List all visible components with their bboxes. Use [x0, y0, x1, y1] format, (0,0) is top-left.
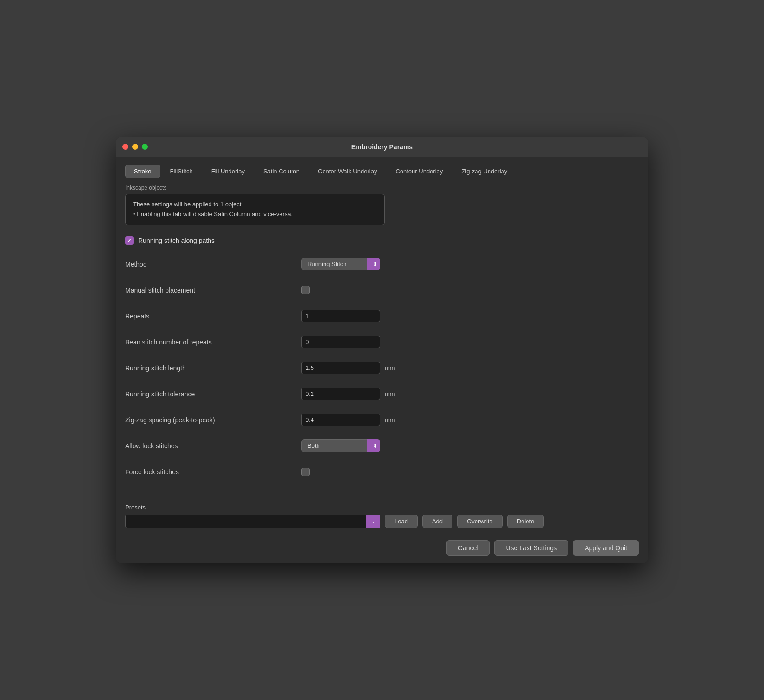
zig-zag-spacing-input[interactable]: [301, 414, 380, 426]
allow-lock-select-wrapper: Both Beginning End Neither: [301, 439, 380, 452]
bean-stitch-input[interactable]: [301, 336, 380, 348]
chevron-down-icon: ⌄: [371, 518, 376, 524]
load-button[interactable]: Load: [385, 515, 418, 528]
method-select[interactable]: Running Stitch Bean Stitch Manual Stitch: [301, 258, 380, 270]
zig-zag-spacing-unit: mm: [385, 416, 399, 423]
force-lock-checkbox[interactable]: [301, 468, 310, 476]
param-row-stitch-length: Running stitch length mm: [125, 360, 639, 376]
tab-bar: Stroke FillStitch Fill Underlay Satin Co…: [125, 165, 639, 178]
info-line1: These settings will be applied to 1 obje…: [133, 200, 377, 210]
info-section: Inkscape objects These settings will be …: [125, 185, 639, 225]
maximize-button[interactable]: [142, 144, 148, 150]
checkmark-icon: ✓: [127, 237, 132, 244]
running-stitch-checkbox[interactable]: ✓: [125, 236, 134, 245]
allow-lock-label: Allow lock stitches: [125, 442, 301, 450]
param-row-zig-zag-spacing: Zig-zag spacing (peak-to-peak) mm: [125, 412, 639, 428]
stitch-tolerance-label: Running stitch tolerance: [125, 390, 301, 398]
repeats-input[interactable]: [301, 310, 380, 322]
overwrite-button[interactable]: Overwrite: [457, 515, 503, 528]
main-window: Embroidery Params Stroke FillStitch Fill…: [116, 137, 648, 563]
force-lock-label: Force lock stitches: [125, 468, 301, 476]
method-select-wrapper: Running Stitch Bean Stitch Manual Stitch: [301, 258, 380, 270]
tab-fill-underlay[interactable]: Fill Underlay: [203, 165, 254, 178]
presets-input-wrapper: ⌄: [125, 515, 380, 528]
stitch-length-input[interactable]: [301, 362, 380, 374]
method-control: Running Stitch Bean Stitch Manual Stitch: [301, 258, 380, 270]
manual-stitch-checkbox[interactable]: [301, 286, 310, 294]
stitch-tolerance-unit: mm: [385, 390, 399, 397]
tab-stroke[interactable]: Stroke: [125, 165, 160, 178]
minimize-button[interactable]: [132, 144, 138, 150]
param-row-bean-stitch: Bean stitch number of repeats: [125, 334, 639, 350]
tab-center-walk-underlay[interactable]: Center-Walk Underlay: [309, 165, 386, 178]
zig-zag-spacing-control: mm: [301, 414, 399, 426]
bean-stitch-label: Bean stitch number of repeats: [125, 338, 301, 346]
add-button[interactable]: Add: [422, 515, 452, 528]
footer: Cancel Use Last Settings Apply and Quit: [116, 535, 648, 563]
param-row-stitch-tolerance: Running stitch tolerance mm: [125, 386, 639, 402]
settings-panel: ✓ Running stitch along paths Method Runn…: [116, 233, 648, 497]
bottom-section: Presets ⌄ Load Add Overwrite Delete: [116, 497, 648, 535]
apply-and-quit-button[interactable]: Apply and Quit: [573, 540, 639, 556]
presets-row: ⌄ Load Add Overwrite Delete: [125, 515, 639, 528]
info-line2: • Enabling this tab will disable Satin C…: [133, 210, 377, 219]
param-row-repeats: Repeats: [125, 308, 639, 325]
tab-contour-underlay[interactable]: Contour Underlay: [387, 165, 452, 178]
info-box: These settings will be applied to 1 obje…: [125, 194, 385, 225]
titlebar: Embroidery Params: [116, 137, 648, 157]
use-last-settings-button[interactable]: Use Last Settings: [494, 540, 568, 556]
stitch-length-control: mm: [301, 362, 399, 374]
param-row-force-lock: Force lock stitches: [125, 464, 639, 480]
window-title: Embroidery Params: [351, 143, 413, 151]
bean-stitch-control: [301, 336, 380, 348]
presets-input[interactable]: [125, 515, 380, 528]
inkscape-objects-label: Inkscape objects: [125, 185, 639, 191]
presets-dropdown-button[interactable]: ⌄: [366, 515, 380, 528]
tab-fillstitch[interactable]: FillStitch: [161, 165, 202, 178]
repeats-control: [301, 310, 380, 322]
window-controls: [122, 144, 148, 150]
repeats-label: Repeats: [125, 312, 301, 320]
param-row-allow-lock: Allow lock stitches Both Beginning End N…: [125, 438, 639, 454]
presets-label: Presets: [125, 504, 639, 511]
cancel-button[interactable]: Cancel: [446, 540, 490, 556]
zig-zag-spacing-label: Zig-zag spacing (peak-to-peak): [125, 416, 301, 424]
delete-button[interactable]: Delete: [507, 515, 544, 528]
stitch-length-unit: mm: [385, 364, 399, 371]
running-stitch-row: ✓ Running stitch along paths: [125, 236, 639, 245]
tab-zig-zag-underlay[interactable]: Zig-zag Underlay: [452, 165, 516, 178]
running-stitch-label: Running stitch along paths: [138, 237, 215, 244]
allow-lock-control: Both Beginning End Neither: [301, 439, 380, 452]
stitch-length-label: Running stitch length: [125, 364, 301, 372]
stitch-tolerance-input[interactable]: [301, 388, 380, 400]
param-row-manual-stitch: Manual stitch placement: [125, 282, 639, 299]
tab-satin-column[interactable]: Satin Column: [255, 165, 308, 178]
param-row-method: Method Running Stitch Bean Stitch Manual…: [125, 256, 639, 273]
stitch-tolerance-control: mm: [301, 388, 399, 400]
force-lock-control: [301, 468, 310, 476]
manual-stitch-label: Manual stitch placement: [125, 286, 301, 294]
close-button[interactable]: [122, 144, 128, 150]
allow-lock-select[interactable]: Both Beginning End Neither: [301, 439, 380, 452]
method-label: Method: [125, 261, 301, 268]
manual-stitch-control: [301, 286, 310, 294]
